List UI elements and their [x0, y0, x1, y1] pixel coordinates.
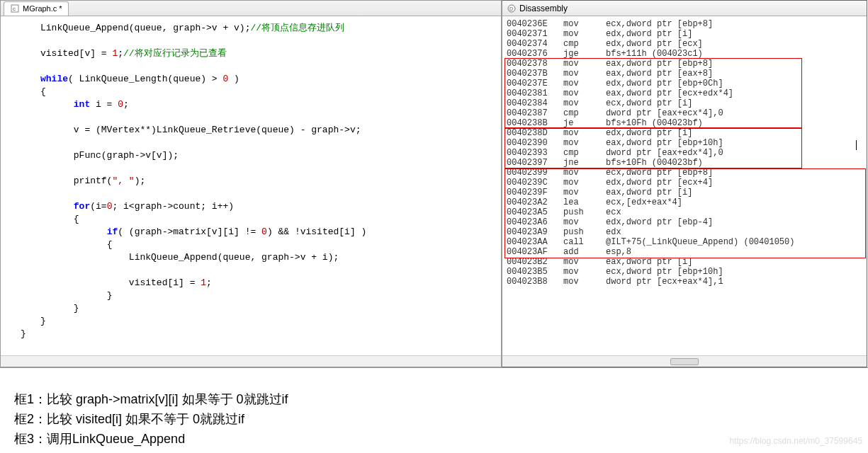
disasm-hscroll[interactable]	[502, 355, 867, 367]
disassembly-pane: D Disassembly 0040236Emovecx,dword ptr […	[502, 0, 867, 367]
ide-panes: c MGraph.c * LinkQueue_Append(queue, gra…	[0, 0, 868, 368]
disasm-row[interactable]: 0040239Fmoveax,dword ptr [i]	[507, 188, 862, 197]
disasm-row[interactable]: 004023AFaddesp,8	[507, 247, 862, 257]
disasm-row[interactable]: 00402390moveax,dword ptr [ebp+10h]	[507, 138, 862, 148]
file-tab[interactable]: c MGraph.c *	[4, 1, 69, 16]
disasm-row[interactable]: 004023B8movdword ptr [ecx+eax*4],1	[507, 277, 862, 287]
disasm-row[interactable]: 00402393cmpdword ptr [eax+edx*4],0	[507, 148, 862, 158]
text-caret	[856, 140, 857, 150]
disassembly-title-bar: D Disassembly	[502, 1, 867, 16]
disasm-row[interactable]: 00402374cmpedx,dword ptr [ecx]	[507, 39, 862, 49]
scroll-thumb[interactable]	[670, 358, 699, 365]
disasm-row[interactable]: 0040237Emovedx,dword ptr [ebp+0Ch]	[507, 79, 862, 88]
svg-text:c: c	[13, 6, 16, 12]
disasm-row[interactable]: 004023A2leaecx,[edx+eax*4]	[507, 197, 862, 207]
code-hscroll[interactable]	[1, 355, 501, 367]
disasm-row[interactable]: 00402378moveax,dword ptr [ebp+8]	[507, 59, 862, 69]
annotation-line-3: 框3：调用LinkQueue_Append	[14, 429, 854, 449]
disasm-row[interactable]: 0040236Emovecx,dword ptr [ebp+8]	[507, 19, 862, 29]
disasm-row[interactable]: 004023A6movedx,dword ptr [ebp-4]	[507, 217, 862, 227]
disasm-row[interactable]: 004023AAcall@ILT+75(_LinkQueue_Append) (…	[507, 237, 862, 247]
disasm-row[interactable]: 0040238Bjebfs+10Fh (004023bf)	[507, 118, 862, 128]
disassembly-title: Disassembly	[519, 4, 568, 13]
tab-bar: c MGraph.c *	[1, 1, 501, 16]
disasm-row[interactable]: 00402376jgebfs+111h (004023c1)	[507, 49, 862, 59]
svg-text:D: D	[509, 6, 513, 11]
disasm-row[interactable]: 004023B2moveax,dword ptr [i]	[507, 257, 862, 267]
annotation-line-1: 框1：比较 graph->matrix[v][i] 如果等于 0就跳过if	[14, 389, 854, 409]
disasm-row[interactable]: 004023A5pushecx	[507, 207, 862, 217]
app-root: c MGraph.c * LinkQueue_Append(queue, gra…	[0, 0, 868, 453]
disassembly-icon: D	[507, 4, 517, 13]
file-tab-label: MGraph.c *	[23, 4, 62, 13]
disasm-row[interactable]: 00402384movecx,dword ptr [i]	[507, 98, 862, 108]
disasm-row[interactable]: 0040238Dmovedx,dword ptr [i]	[507, 128, 862, 138]
disasm-row[interactable]: 00402399movecx,dword ptr [ebp+8]	[507, 168, 862, 178]
annotation-line-2: 框2：比较 visited[i] 如果不等于 0就跳过if	[14, 409, 854, 429]
code-editor-pane: c MGraph.c * LinkQueue_Append(queue, gra…	[0, 0, 502, 367]
disasm-row[interactable]: 004023B5movecx,dword ptr [ebp+10h]	[507, 267, 862, 277]
disasm-row[interactable]: 00402371movedx,dword ptr [i]	[507, 29, 862, 39]
code-area[interactable]: LinkQueue_Append(queue, graph->v + v);//…	[1, 16, 501, 355]
disassembly-listing[interactable]: 0040236Emovecx,dword ptr [ebp+8]00402371…	[502, 16, 867, 355]
c-file-icon: c	[10, 4, 20, 13]
disasm-row[interactable]: 0040237Bmoveax,dword ptr [eax+8]	[507, 69, 862, 79]
disasm-row[interactable]: 004023A9pushedx	[507, 227, 862, 237]
disasm-row[interactable]: 00402397jnebfs+10Fh (004023bf)	[507, 158, 862, 168]
disasm-row[interactable]: 0040239Cmovedx,dword ptr [ecx+4]	[507, 178, 862, 188]
disasm-row[interactable]: 00402381moveax,dword ptr [ecx+edx*4]	[507, 88, 862, 98]
watermark: https://blog.csdn.net/m0_37599645	[730, 436, 862, 446]
disasm-row[interactable]: 00402387cmpdword ptr [eax+ecx*4],0	[507, 108, 862, 118]
